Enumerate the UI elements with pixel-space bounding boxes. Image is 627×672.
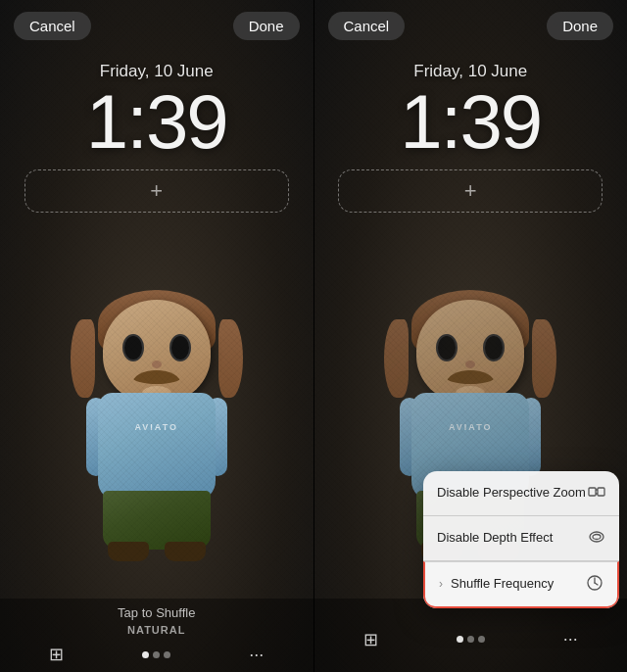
left-bottom-icons: ⊞ ···: [49, 644, 264, 665]
right-bottom-icons: ⊞ ···: [363, 629, 578, 650]
menu-item-disable-perspective-zoom[interactable]: Disable Perspective Zoom: [423, 471, 619, 516]
svg-point-4: [590, 532, 603, 542]
shuffle-frequency-icon: [586, 574, 603, 595]
depth-effect-icon: [588, 528, 605, 549]
right-cancel-button[interactable]: Cancel: [328, 12, 406, 40]
right-top-buttons: Cancel Done: [314, 0, 628, 52]
left-widget-placeholder[interactable]: +: [24, 169, 289, 213]
left-more-icon[interactable]: ···: [249, 645, 264, 665]
shuffle-frequency-arrow: ›: [439, 577, 443, 591]
right-widget-placeholder[interactable]: +: [338, 169, 603, 213]
left-top-buttons: Cancel Done: [0, 0, 314, 52]
left-grid-icon[interactable]: ⊞: [49, 644, 64, 665]
left-tap-to-shuffle: Tap to Shuffle: [118, 605, 195, 620]
left-widget-plus-icon: +: [150, 178, 163, 204]
right-more-icon[interactable]: ···: [563, 629, 578, 649]
svg-rect-1: [598, 488, 604, 496]
menu-item-perspective-zoom-label: Disable Perspective Zoom: [437, 485, 586, 502]
left-phone-panel: AVIATO Cancel Done Friday, 10 June 1:39 …: [0, 0, 314, 672]
menu-item-shuffle-frequency[interactable]: › Shuffle Frequency: [423, 561, 619, 608]
right-phone-panel: AVIATO Cancel Done Friday, 10 June 1:39 …: [314, 0, 628, 672]
left-done-button[interactable]: Done: [233, 12, 300, 40]
menu-item-disable-depth-effect[interactable]: Disable Depth Effect: [423, 516, 619, 561]
left-natural-label: NATURAL: [127, 624, 185, 636]
left-lockscreen-ui: Cancel Done Friday, 10 June 1:39 +: [0, 0, 314, 672]
right-done-button[interactable]: Done: [547, 12, 613, 40]
left-bottom-bar: Tap to Shuffle NATURAL ⊞ ···: [0, 599, 314, 672]
left-cancel-button[interactable]: Cancel: [14, 12, 91, 40]
svg-point-5: [593, 535, 601, 540]
menu-item-depth-effect-label: Disable Depth Effect: [437, 530, 553, 547]
left-time: 1:39: [86, 83, 227, 160]
menu-item-shuffle-frequency-label: Shuffle Frequency: [451, 576, 554, 593]
svg-rect-0: [589, 488, 596, 496]
left-dots-indicator: [142, 651, 170, 658]
perspective-zoom-icon: [588, 483, 605, 504]
right-grid-icon[interactable]: ⊞: [363, 629, 378, 650]
shuffle-frequency-content: › Shuffle Frequency: [439, 576, 554, 593]
right-time: 1:39: [400, 83, 541, 160]
context-menu: Disable Perspective Zoom Disable Depth E…: [423, 471, 619, 608]
right-dots-indicator: [457, 636, 485, 643]
right-widget-plus-icon: +: [464, 178, 477, 204]
right-bottom-bar: ⊞ ···: [314, 599, 628, 672]
svg-line-8: [595, 583, 598, 585]
